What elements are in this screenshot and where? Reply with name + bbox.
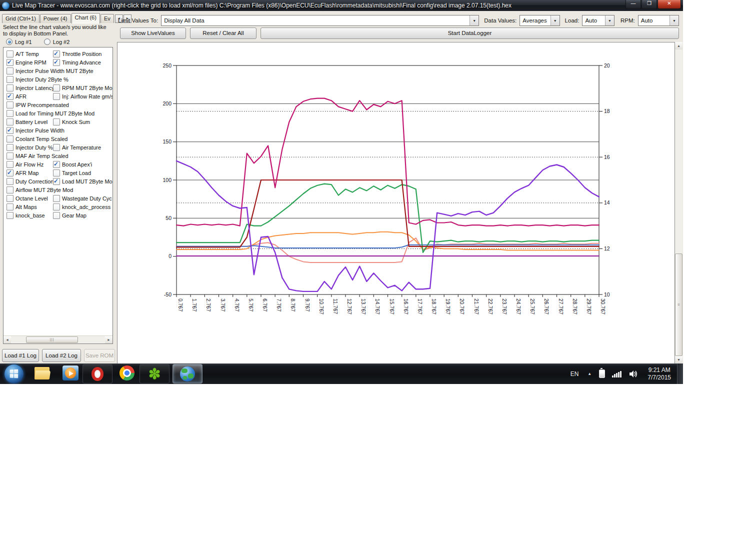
checkbox-item[interactable]: RPM MUT 2Byte Mo bbox=[53, 84, 112, 92]
reset-clear-button[interactable]: Reset / Clear All bbox=[190, 28, 256, 39]
load-log2-button[interactable]: Load #2 Log bbox=[42, 349, 81, 362]
checkbox-item[interactable]: Target Load bbox=[53, 170, 91, 176]
unchecked-checkbox-icon[interactable] bbox=[6, 136, 14, 142]
chrome-icon[interactable] bbox=[120, 366, 136, 382]
start-datalogger-button[interactable]: Start DataLogger bbox=[260, 28, 679, 39]
unchecked-checkbox-icon[interactable] bbox=[6, 152, 14, 160]
unchecked-checkbox-icon[interactable] bbox=[6, 186, 14, 194]
checkbox-item[interactable]: Airflow MUT 2Byte Mod bbox=[6, 186, 73, 194]
scrollbar-thumb[interactable]: ||| bbox=[26, 336, 78, 343]
tab-power[interactable]: Power (4) bbox=[40, 14, 71, 23]
unchecked-checkbox-icon[interactable] bbox=[53, 195, 60, 202]
unchecked-checkbox-icon[interactable] bbox=[6, 195, 14, 202]
load-combobox[interactable]: Auto ▼ bbox=[582, 15, 614, 26]
unchecked-checkbox-icon[interactable] bbox=[6, 204, 14, 210]
evoscan-app-icon[interactable] bbox=[172, 364, 202, 384]
tab-ev[interactable]: Ev bbox=[100, 14, 114, 23]
checkbox-item[interactable]: Battery Level bbox=[6, 118, 53, 126]
unchecked-checkbox-icon[interactable] bbox=[6, 50, 14, 58]
network-signal-icon[interactable] bbox=[612, 370, 622, 378]
checked-checkbox-icon[interactable] bbox=[6, 127, 14, 134]
icq-icon[interactable]: ✽ bbox=[140, 364, 170, 384]
scroll-down-icon[interactable]: ▼ bbox=[675, 356, 682, 364]
language-indicator[interactable]: EN bbox=[566, 370, 584, 378]
unchecked-checkbox-icon[interactable] bbox=[6, 178, 14, 185]
load-log1-button[interactable]: Load #1 Log bbox=[2, 349, 39, 362]
checkbox-item[interactable]: Injector Latency bbox=[6, 84, 53, 92]
checkbox-item[interactable]: Throttle Position bbox=[53, 50, 102, 58]
checkbox-item[interactable]: Boost Apex'i bbox=[53, 161, 92, 168]
checkbox-item[interactable]: Engine RPM bbox=[6, 59, 53, 66]
checkbox-item[interactable]: knock_adc_process bbox=[53, 204, 110, 210]
unchecked-checkbox-icon[interactable] bbox=[53, 144, 60, 151]
checkbox-item[interactable]: Wastegate Duty Cyc bbox=[53, 195, 112, 202]
unchecked-checkbox-icon[interactable] bbox=[6, 76, 14, 83]
checked-checkbox-icon[interactable] bbox=[53, 161, 60, 168]
restore-button[interactable]: ❐ bbox=[642, 0, 657, 9]
checkbox-item[interactable]: Coolant Temp Scaled bbox=[6, 136, 68, 142]
checkbox-item[interactable]: Injector Duty 2Byte % bbox=[6, 76, 68, 83]
scroll-up-icon[interactable]: ▲ bbox=[675, 42, 682, 50]
checkbox-item[interactable]: Timing Advance bbox=[53, 59, 101, 66]
radio-log2[interactable]: Log #2 bbox=[44, 38, 70, 45]
battery-icon[interactable] bbox=[599, 370, 605, 378]
close-button[interactable]: ✕ bbox=[658, 0, 681, 9]
checkbox-item[interactable]: Load for Timing MUT 2Byte Mod bbox=[6, 110, 94, 117]
minimize-button[interactable]: — bbox=[626, 0, 641, 9]
tray-expand-icon[interactable]: ▲ bbox=[584, 372, 596, 376]
checkbox-item[interactable]: IPW Precompensated bbox=[6, 102, 69, 108]
checkbox-item[interactable]: AFR bbox=[6, 93, 53, 100]
checkbox-item[interactable]: Load MUT 2Byte Mo bbox=[53, 178, 112, 185]
speaker-icon[interactable] bbox=[629, 370, 638, 378]
unchecked-checkbox-icon[interactable] bbox=[53, 84, 60, 92]
unchecked-checkbox-icon[interactable] bbox=[53, 170, 60, 176]
windows-explorer-icon[interactable] bbox=[34, 366, 52, 382]
checkbox-item[interactable]: Alt Maps bbox=[6, 204, 53, 210]
unchecked-checkbox-icon[interactable] bbox=[6, 118, 14, 126]
unchecked-checkbox-icon[interactable] bbox=[53, 118, 60, 126]
unchecked-checkbox-icon[interactable] bbox=[6, 102, 14, 108]
checkbox-item[interactable]: Injector Duty % bbox=[6, 144, 53, 151]
rpm-combobox[interactable]: Auto ▼ bbox=[638, 15, 679, 26]
clock[interactable]: 9:21 AM 7/7/2015 bbox=[642, 366, 677, 382]
checkbox-item[interactable]: Duty Correction bbox=[6, 178, 53, 185]
unchecked-checkbox-icon[interactable] bbox=[6, 68, 14, 74]
checkbox-item[interactable]: Air Temperature bbox=[53, 144, 101, 151]
start-button-icon[interactable] bbox=[4, 364, 24, 384]
unchecked-checkbox-icon[interactable] bbox=[6, 144, 14, 151]
checked-checkbox-icon[interactable] bbox=[6, 170, 14, 176]
chart-vertical-scrollbar[interactable]: ▲ ≡ ▼ bbox=[675, 42, 682, 364]
unchecked-checkbox-icon[interactable] bbox=[53, 93, 60, 100]
unchecked-checkbox-icon[interactable] bbox=[6, 110, 14, 117]
checkbox-item[interactable]: Octane Level bbox=[6, 195, 53, 202]
checked-checkbox-icon[interactable] bbox=[53, 59, 60, 66]
checkbox-item[interactable]: Air Flow Hz bbox=[6, 161, 53, 168]
scroll-right-icon[interactable]: ► bbox=[105, 336, 112, 344]
checkbox-item[interactable]: AFR Map bbox=[6, 170, 53, 176]
data-values-combobox[interactable]: Averages ▼ bbox=[520, 15, 560, 26]
checkbox-item[interactable]: Injector Pulse Width MUT 2Byte bbox=[6, 68, 94, 74]
checkbox-item[interactable]: A/T Temp bbox=[6, 50, 53, 58]
unchecked-checkbox-icon[interactable] bbox=[53, 212, 60, 219]
checked-checkbox-icon[interactable] bbox=[6, 93, 14, 100]
limit-values-combobox[interactable]: Display All Data ▼ bbox=[161, 15, 479, 26]
opera-icon[interactable] bbox=[82, 364, 112, 384]
checked-checkbox-icon[interactable] bbox=[53, 178, 60, 185]
scroll-left-icon[interactable]: ◄ bbox=[4, 336, 11, 344]
checked-checkbox-icon[interactable] bbox=[53, 50, 60, 58]
checkbox-item[interactable]: Knock Sum bbox=[53, 118, 90, 126]
tab-chart[interactable]: Chart (6) bbox=[72, 13, 100, 24]
unchecked-checkbox-icon[interactable] bbox=[6, 212, 14, 219]
unchecked-checkbox-icon[interactable] bbox=[6, 84, 14, 92]
checkbox-item[interactable]: MAF Air Temp Scaled bbox=[6, 152, 68, 160]
radio-log1[interactable]: Log #1 bbox=[6, 38, 32, 45]
show-desktop-button[interactable] bbox=[677, 364, 683, 384]
tab-grid[interactable]: Grid (Ctrl+1) bbox=[2, 14, 40, 23]
list-horizontal-scrollbar[interactable]: ◄ ||| ► bbox=[4, 336, 112, 344]
checkbox-item[interactable]: Gear Map bbox=[53, 212, 86, 219]
checked-checkbox-icon[interactable] bbox=[6, 59, 14, 66]
checkbox-item[interactable]: Inj: Airflow Rate gm/s bbox=[53, 93, 112, 100]
show-livevalues-button[interactable]: Show LiveValues bbox=[120, 28, 186, 39]
unchecked-checkbox-icon[interactable] bbox=[53, 204, 60, 210]
media-player-icon[interactable] bbox=[62, 366, 80, 382]
